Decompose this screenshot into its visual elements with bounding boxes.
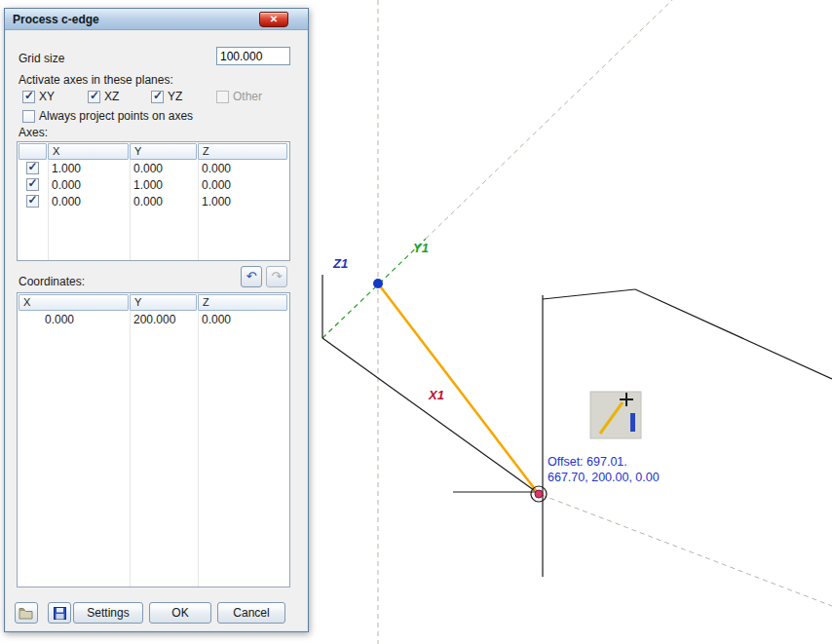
project-points-checkbox-row[interactable]: Always project points on axes: [22, 109, 193, 123]
checkbox-other-label: Other: [233, 90, 262, 103]
process-c-edge-dialog: Process c-edge ✕ Grid size Activate axes…: [4, 8, 309, 632]
axes-row3-checkbox[interactable]: [26, 195, 39, 208]
axes-header-check-column[interactable]: [19, 143, 47, 160]
plane-checkbox-xz[interactable]: XZ: [88, 90, 119, 103]
coordinates-table-row[interactable]: 0.000 200.000 0.000: [18, 311, 289, 327]
axes-row3-y: 0.000: [129, 195, 197, 208]
coords-row1-y: 200.000: [129, 313, 197, 326]
y-axis-label: Y1: [413, 241, 429, 255]
plane-checkbox-other: Other: [216, 90, 262, 103]
axes-row3-x: 0.000: [47, 195, 129, 208]
coords-header-y[interactable]: Y: [130, 294, 197, 311]
load-settings-button[interactable]: [15, 602, 38, 624]
checkbox-yz-label: YZ: [168, 90, 182, 103]
activate-axes-label: Activate axes in these planes:: [19, 73, 173, 87]
axes-header-y[interactable]: Y: [130, 143, 197, 160]
offset-tooltip: Offset: 697.01. 667.70, 200.00, 0.00: [548, 454, 660, 485]
checkbox-yz[interactable]: [151, 91, 164, 103]
coordinates-section-label: Coordinates:: [19, 275, 85, 288]
undo-icon: ↶: [246, 269, 257, 284]
x-axis-label: X1: [429, 388, 444, 402]
axes-row2-checkbox[interactable]: [26, 178, 39, 191]
axes-row1-z: 0.000: [197, 162, 287, 175]
redo-icon: ↷: [272, 269, 283, 284]
axes-row1-y: 0.000: [129, 162, 197, 175]
coords-header-x[interactable]: X: [19, 294, 129, 311]
save-settings-button[interactable]: [48, 602, 71, 624]
axes-header-x[interactable]: X: [48, 143, 129, 160]
axes-table-row[interactable]: 1.000 0.000 0.000: [18, 160, 289, 176]
axes-table[interactable]: X Y Z 1.000 0.000 0.000 0.000 1.000 0.00…: [17, 141, 290, 261]
ok-button[interactable]: OK: [149, 602, 211, 624]
coords-row1-x: 0.000: [18, 313, 129, 326]
project-points-label: Always project points on axes: [39, 109, 193, 123]
dialog-title: Process c-edge: [13, 13, 99, 26]
x-axis-edge: [322, 338, 538, 493]
checkbox-xy[interactable]: [22, 91, 35, 103]
settings-button[interactable]: Settings: [73, 602, 143, 624]
dialog-titlebar[interactable]: Process c-edge ✕: [5, 9, 308, 30]
coords-header-z[interactable]: Z: [198, 294, 287, 311]
axes-section-label: Axes:: [19, 126, 48, 139]
grid-size-input[interactable]: [216, 47, 290, 65]
app-canvas: Z1 Y1 X1 Offset: 697.01. 667.70, 200.00,…: [0, 0, 832, 644]
checkbox-other: [216, 91, 229, 103]
close-button[interactable]: ✕: [259, 12, 288, 27]
redo-point-button[interactable]: ↷: [266, 266, 287, 287]
save-icon: [54, 607, 66, 620]
plane-checkbox-xy[interactable]: XY: [22, 90, 55, 103]
coords-row1-z: 0.000: [197, 313, 287, 326]
endpoint-dot-marker: [535, 490, 543, 498]
plane-checkbox-yz[interactable]: YZ: [151, 90, 182, 103]
axes-row2-y: 1.000: [129, 178, 197, 192]
axes-table-row[interactable]: 0.000 1.000 0.000: [18, 176, 289, 193]
offset-tooltip-line2: 667.70, 200.00, 0.00: [548, 470, 660, 485]
snap-point-marker: [373, 279, 383, 288]
axes-table-row[interactable]: 0.000 0.000 1.000: [18, 193, 289, 209]
coordinates-table-header: X Y Z: [18, 293, 289, 311]
grid-size-label: Grid size: [19, 52, 64, 65]
folder-icon: [19, 607, 34, 620]
checkbox-xz[interactable]: [88, 91, 100, 103]
axes-row1-checkbox[interactable]: [26, 162, 39, 174]
checkbox-xy-label: XY: [39, 90, 55, 103]
y-axis-line: [322, 239, 426, 338]
checkbox-xz-label: XZ: [104, 90, 119, 103]
undo-point-button[interactable]: ↶: [241, 266, 262, 287]
edge-tool-cursor-icon: [590, 392, 641, 438]
offset-tooltip-line1: Offset: 697.01.: [548, 454, 660, 470]
sketch-top-edge: [543, 289, 635, 299]
y-axis-extension-line: [426, 0, 672, 239]
axes-row2-z: 0.000: [197, 178, 287, 192]
axes-row1-x: 1.000: [47, 162, 129, 175]
axes-header-z[interactable]: Z: [198, 143, 287, 160]
diagonal-construction-line: [542, 495, 832, 606]
axes-row3-z: 1.000: [197, 195, 287, 208]
axes-row2-x: 0.000: [47, 178, 129, 192]
cancel-button[interactable]: Cancel: [217, 602, 285, 624]
sketch-diagonal-edge: [635, 289, 832, 379]
axes-table-header: X Y Z: [18, 142, 289, 160]
active-edge-line: [378, 284, 538, 493]
coordinates-table[interactable]: X Y Z 0.000 200.000 0.000: [17, 292, 290, 587]
checkbox-project-points[interactable]: [22, 110, 35, 123]
z-axis-label: Z1: [333, 256, 348, 271]
